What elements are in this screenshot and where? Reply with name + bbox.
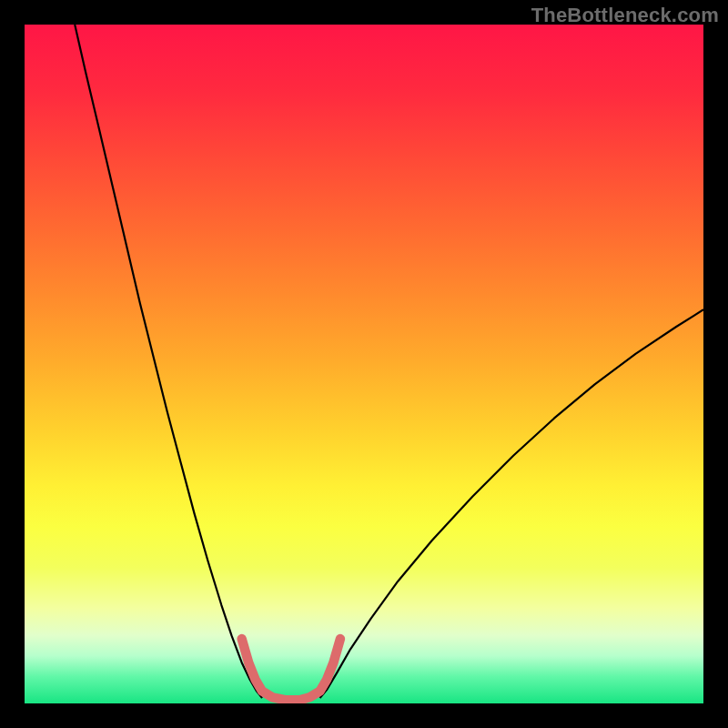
plot-area [25, 25, 703, 703]
chart-frame: TheBottleneck.com [0, 0, 728, 728]
gradient-background [25, 25, 703, 703]
watermark-text: TheBottleneck.com [531, 4, 719, 27]
chart-svg [25, 25, 703, 703]
